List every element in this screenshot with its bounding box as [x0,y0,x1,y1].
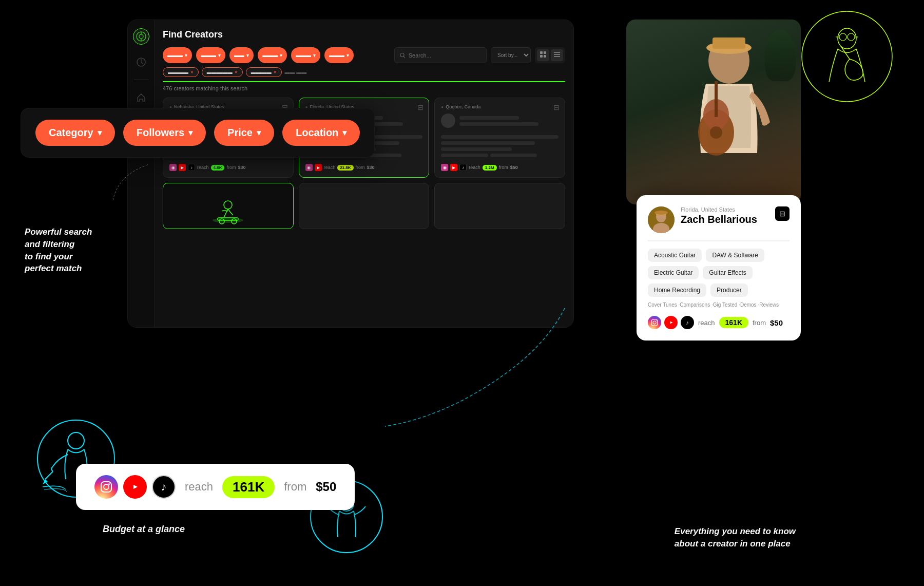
ig-icon: ◉ [169,164,177,171]
sidebar-history-icon[interactable] [133,54,149,70]
price-label: Price [227,127,253,139]
filter-chip-1[interactable]: ▬▬▬▾ [163,47,192,63]
search-input-wrap[interactable] [394,47,487,63]
subtag-2: Gig Tested [713,302,740,308]
reach-badge-2: 21.8K [337,165,353,171]
profile-header: Florida, United States Zach Bellarious ⊟ [648,206,790,233]
sort-select[interactable]: Sort by... [491,47,531,63]
active-tag-2[interactable]: ▬▬▬▬▬ × [202,67,243,77]
filter-chip-4[interactable]: ▬▬▬▾ [258,47,287,63]
bookmark-btn-2[interactable]: ⊟ [417,103,424,111]
skeleton [459,122,538,126]
card-location-3: ● Quebec, Canada [441,104,559,109]
profile-footer: ♪ reach 161K from $50 [648,316,790,329]
svg-point-41 [108,483,110,485]
tag-5: Producer [710,283,748,297]
filter-chip-3[interactable]: ▬▬▾ [229,47,254,63]
filter-chip-2[interactable]: ▬▬▬▾ [196,47,225,63]
svg-rect-10 [713,37,745,49]
grid-view-btn[interactable] [537,49,549,61]
reach-badge-3: 1.2M [483,165,497,171]
tag-4: Home Recording [648,283,706,297]
card-footer-2: ◉ ▶ reach 21.8K from $30 [305,164,423,171]
creator-card-bottom-3 [434,183,565,229]
profile-divider [648,240,790,241]
profile-price: $50 [770,318,783,327]
budget-reach-text: reach [185,480,213,494]
location-chevron: ▾ [342,128,346,138]
svg-point-48 [654,211,668,215]
filter-chip-5[interactable]: ▬▬▬▾ [291,47,320,63]
guitar-doodle [801,10,893,105]
active-tag-3[interactable]: ▬▬▬▬ × [246,67,282,77]
profile-reach-text: reach [698,319,715,327]
profile-name: Zach Bellarious [681,214,769,225]
location-pill[interactable]: Location ▾ [282,120,360,146]
list-view-btn[interactable] [551,49,563,61]
tag-2: Electric Guitar [648,266,699,279]
profile-info: Florida, United States Zach Bellarious [681,206,769,225]
guitarist-photo [626,20,801,204]
tt-icon: ♪ [188,164,195,171]
subtag-1: Comparisons [680,302,713,308]
search-input[interactable] [409,52,481,59]
category-pill[interactable]: Category ▾ [35,120,115,146]
subtag-4: Reviews [759,302,779,308]
price-pill[interactable]: Price ▾ [214,120,274,146]
skeleton [490,154,537,157]
svg-point-16 [139,34,143,39]
svg-rect-49 [651,319,658,326]
svg-point-50 [653,321,656,324]
active-tag-1[interactable]: ▬▬▬▬ × [163,67,199,77]
budget-yt-icon [123,475,147,499]
budget-tt-icon: ♪ [152,475,176,499]
budget-card: ♪ reach 161K from $50 [76,464,355,510]
remove-tag-1[interactable]: × [190,69,194,75]
sidebar [128,20,155,327]
svg-rect-24 [540,51,543,54]
svg-point-22 [400,53,404,56]
svg-point-37 [68,432,84,449]
svg-point-51 [656,320,657,322]
yt-icon: ▶ [450,164,457,171]
active-filters: ▬▬▬▬ × ▬▬▬▬▬ × ▬▬▬▬ × ▬▬ ▬▬ [163,67,565,77]
followers-chevron: ▾ [188,128,192,138]
card-footer-1: ◉ ▶ ♪ reach 4.6K from $30 [169,164,287,171]
sidebar-logo[interactable] [133,28,149,45]
category-chevron: ▾ [98,128,102,138]
results-count: 476 creators matching this search [163,85,565,91]
remove-tag-2[interactable]: × [235,69,238,75]
tag-0: Acoustic Guitar [648,249,702,262]
filter-chip-6[interactable]: ▬▬▬▾ [324,47,354,63]
svg-rect-13 [715,81,718,117]
skeleton [441,154,488,157]
bookmark-btn-3[interactable]: ⊟ [553,103,560,111]
budget-price: $50 [316,480,336,494]
subtag-3: Demos [740,302,759,308]
tag-grid: Acoustic Guitar DAW & Software Electric … [648,249,790,297]
card-footer-3: ◉ ▶ ♪ reach 1.2M from $50 [441,164,559,171]
tt-icon: ♪ [459,164,467,171]
profile-ig-icon [648,316,661,329]
svg-point-0 [802,11,892,102]
svg-rect-39 [101,482,111,492]
subtag-0: Cover Tunes [648,302,680,308]
svg-line-2 [841,46,850,59]
skeleton [441,141,535,145]
remove-tag-3[interactable]: × [274,69,277,75]
followers-pill[interactable]: Followers ▾ [123,120,206,146]
svg-line-23 [403,56,405,58]
svg-line-38 [45,471,53,479]
profile-card: Florida, United States Zach Bellarious ⊟… [637,195,801,341]
svg-point-1 [838,28,856,49]
svg-point-35 [224,201,232,209]
profile-from-text: from [753,319,766,327]
profile-bookmark-btn[interactable]: ⊟ [775,206,790,221]
sidebar-home-icon[interactable] [133,89,149,106]
page-title: Find Creators [163,29,565,40]
location-label: Location [296,127,338,139]
budget-reach-badge: 161K [222,476,275,498]
creator-card-3[interactable]: ⊟ ● Quebec, Canada [434,98,565,178]
search-filter-caption: Powerful searchand filteringto find your… [25,226,92,275]
yt-icon: ▶ [179,164,186,171]
